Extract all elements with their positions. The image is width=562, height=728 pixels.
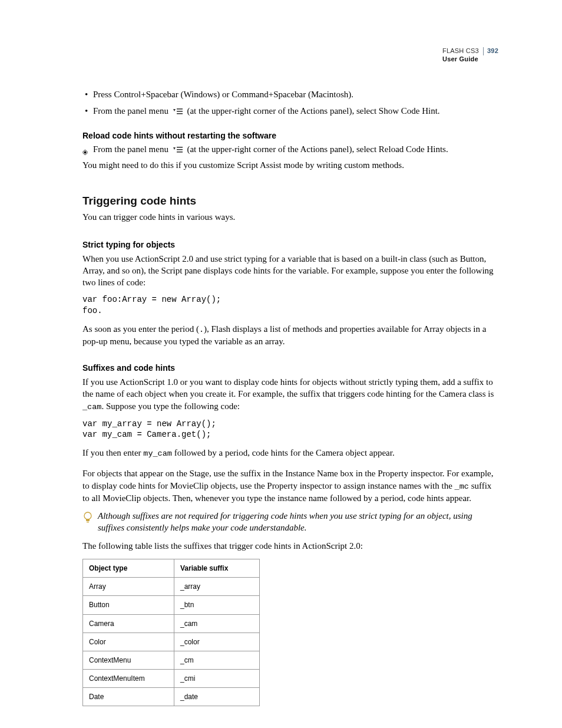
inline-code: _cam: [82, 403, 101, 411]
bullet-text-prefix: From the panel menu: [93, 106, 168, 116]
svg-rect-1: [177, 108, 183, 110]
svg-point-10: [84, 512, 91, 519]
lightbulb-icon: [82, 511, 93, 527]
text-fragment: If you use ActionScript 1.0 or you want …: [82, 377, 494, 398]
table-row: ContextMenu_cm: [83, 651, 260, 669]
step-text-prefix: From the panel menu: [93, 144, 168, 154]
top-bullet-list: Press Control+Spacebar (Windows) or Comm…: [82, 88, 500, 117]
table-cell: _cmi: [174, 670, 260, 688]
svg-rect-8: [177, 149, 183, 150]
svg-rect-9: [177, 151, 183, 153]
table-row: Color_color: [83, 633, 260, 651]
body-text: You can trigger code hints in various wa…: [82, 211, 500, 223]
page: FLASH CS3 392 User Guide Press Control+S…: [0, 0, 562, 728]
body-text: If you then enter my_cam followed by a p…: [82, 447, 500, 459]
table-cell: Button: [83, 596, 174, 614]
svg-rect-3: [177, 113, 183, 114]
table-row: Date_date: [83, 688, 260, 706]
table-cell: _cam: [174, 614, 260, 633]
text-fragment: If you then enter: [82, 448, 143, 457]
code-block: var my_array = new Array(); var my_cam =…: [82, 419, 500, 440]
table-header-cell: Variable suffix: [174, 559, 260, 577]
table-row: Array_array: [83, 578, 260, 596]
list-item: Press Control+Spacebar (Windows) or Comm…: [82, 88, 500, 100]
subsection-heading: Reload code hints without restarting the…: [82, 130, 500, 141]
table-header-cell: Object type: [83, 559, 174, 577]
body-text: As soon as you enter the period (.), Fla…: [82, 323, 500, 347]
body-text: You might need to do this if you customi…: [82, 159, 500, 171]
table-cell: _btn: [174, 596, 260, 614]
bullet-text: Press Control+Spacebar (Windows) or Comm…: [93, 90, 353, 99]
table-cell: _array: [174, 578, 260, 596]
table-cell: _cm: [174, 651, 260, 669]
body-text: For objects that appear on the Stage, us…: [82, 467, 500, 504]
subsection-heading: Suffixes and code hints: [82, 363, 500, 374]
panel-menu-icon: [173, 146, 183, 153]
page-content: Press Control+Spacebar (Windows) or Comm…: [82, 88, 500, 706]
table-cell: ContextMenuItem: [83, 670, 174, 688]
running-header: FLASH CS3 392 User Guide: [442, 47, 498, 64]
text-fragment: For objects that appear on the Stage, us…: [82, 469, 493, 490]
svg-marker-0: [173, 109, 176, 111]
step-text-suffix: (at the upper-right corner of the Action…: [187, 144, 448, 154]
svg-rect-2: [177, 111, 183, 112]
table-row: ContextMenuItem_cmi: [83, 670, 260, 688]
inline-code: _mc: [455, 482, 469, 491]
body-text: If you use ActionScript 1.0 or you want …: [82, 376, 500, 413]
subsection-heading: Strict typing for objects: [82, 239, 500, 251]
doc-subtitle: User Guide: [442, 55, 498, 64]
text-fragment: followed by a period, code hints for the…: [172, 448, 395, 457]
page-number: 392: [483, 47, 498, 55]
inline-code: .: [199, 325, 204, 334]
table-row: Button_btn: [83, 596, 260, 614]
table-cell: Color: [83, 633, 174, 651]
code-block: var foo:Array = new Array(); foo.: [82, 294, 500, 315]
section-heading: Triggering code hints: [82, 193, 500, 209]
svg-marker-5: [84, 151, 87, 154]
inline-code: my_cam: [143, 449, 172, 458]
svg-rect-11: [87, 522, 89, 522]
text-fragment: . Suppose you type the following code:: [101, 401, 240, 411]
panel-menu-icon: [173, 108, 183, 115]
table-cell: Camera: [83, 614, 174, 633]
step-item: From the panel menu (at the upper-right …: [82, 143, 500, 155]
table-cell: Date: [83, 688, 174, 706]
svg-marker-6: [173, 147, 176, 150]
table-cell: _date: [174, 688, 260, 706]
table-cell: ContextMenu: [83, 651, 174, 669]
body-text: When you use ActionScript 2.0 and use st…: [82, 253, 500, 289]
suffix-table: Object type Variable suffix Array_arrayB…: [82, 559, 260, 707]
tip-block: Although suffixes are not required for t…: [82, 510, 500, 534]
table-cell: Array: [83, 578, 174, 596]
bullet-text-suffix: (at the upper-right corner of the Action…: [187, 106, 439, 116]
diamond-bullet-icon: [82, 146, 88, 151]
tip-text: Although suffixes are not required for t…: [98, 510, 500, 534]
table-header-row: Object type Variable suffix: [83, 559, 260, 577]
text-fragment: As soon as you enter the period (: [82, 324, 199, 334]
table-body: Array_arrayButton_btnCamera_camColor_col…: [83, 578, 260, 706]
body-text: The following table lists the suffixes t…: [82, 540, 500, 552]
product-name: FLASH CS3: [442, 47, 479, 54]
svg-rect-7: [177, 147, 183, 148]
table-cell: _color: [174, 633, 260, 651]
table-row: Camera_cam: [83, 614, 260, 633]
list-item: From the panel menu (at the upper-right …: [82, 105, 500, 117]
